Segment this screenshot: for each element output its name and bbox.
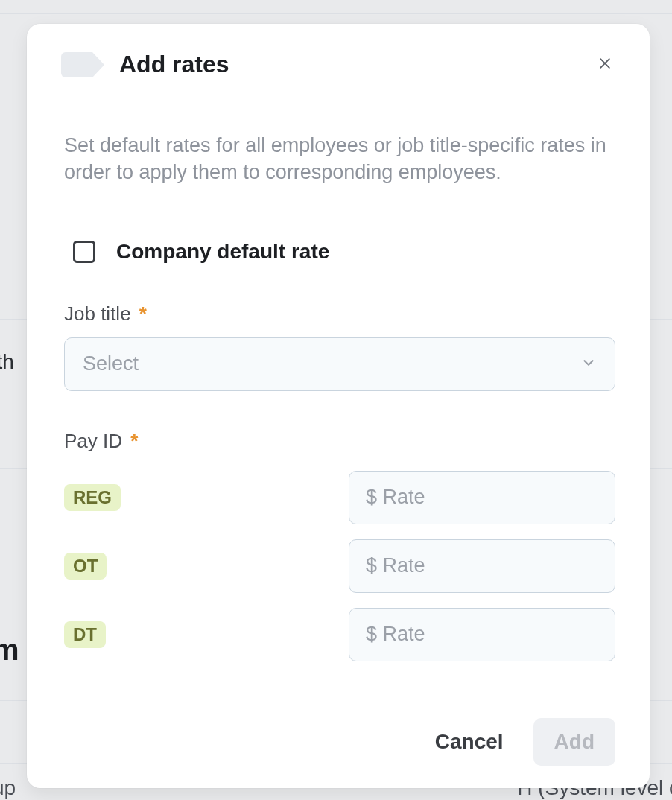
job-title-label-text: Job title (64, 302, 131, 325)
bg-divider (0, 13, 672, 14)
modal-header: Add rates (61, 51, 615, 78)
tag-icon (61, 52, 92, 77)
rate-input-ot[interactable] (349, 539, 615, 593)
required-mark: * (130, 430, 138, 452)
bg-text: oth (0, 350, 14, 374)
bg-text: m (0, 633, 19, 667)
modal-description: Set default rates for all employees or j… (61, 132, 615, 186)
pay-id-badge: DT (64, 621, 106, 648)
pay-id-badge: REG (64, 484, 121, 511)
company-default-rate-label: Company default rate (116, 240, 329, 264)
company-default-rate-checkbox[interactable] (73, 241, 95, 263)
pay-id-rows: REG OT DT (64, 471, 615, 661)
job-title-placeholder: Select (83, 352, 139, 375)
add-button[interactable]: Add (533, 718, 615, 766)
modal-footer: Cancel Add (61, 718, 615, 766)
cancel-button[interactable]: Cancel (429, 721, 510, 763)
chevron-down-icon (580, 355, 597, 374)
rate-input-reg[interactable] (349, 471, 615, 524)
job-title-label: Job title * (64, 302, 615, 326)
job-title-select[interactable]: Select (64, 337, 615, 391)
pay-id-row-dt: DT (64, 608, 615, 661)
rate-input-dt[interactable] (349, 608, 615, 661)
modal-form: Company default rate Job title * Select … (61, 240, 615, 661)
add-rates-modal: Add rates Set default rates for all empl… (27, 24, 650, 788)
company-default-rate-row: Company default rate (73, 240, 615, 264)
pay-id-row-ot: OT (64, 539, 615, 593)
bg-text: up (0, 776, 16, 800)
pay frameBorder-id-label: Pay ID * (64, 430, 615, 453)
pay-id-row-reg: REG (64, 471, 615, 524)
required-mark: * (139, 302, 147, 325)
close-icon (597, 56, 612, 73)
close-button[interactable] (595, 54, 615, 74)
pay-id-label-text: Pay ID (64, 430, 122, 452)
pay-id-badge: OT (64, 553, 107, 580)
modal-title: Add rates (119, 51, 229, 78)
